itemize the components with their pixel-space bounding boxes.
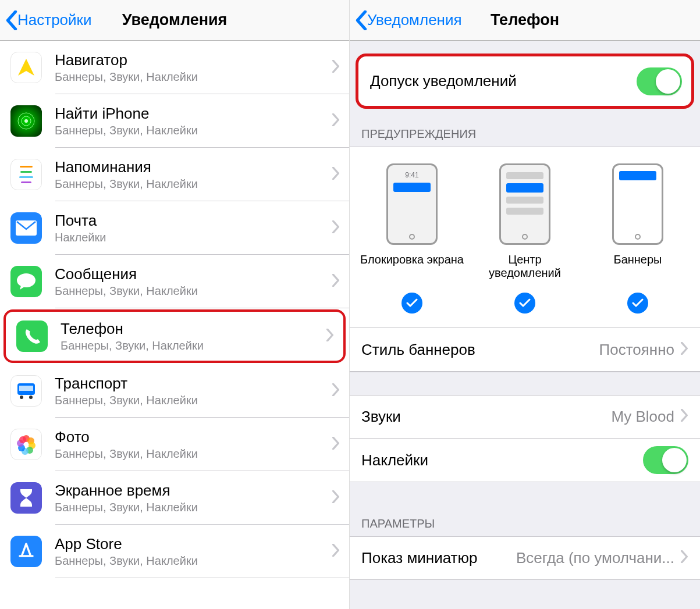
badges-toggle[interactable] [643,446,688,474]
checkmark-icon [514,293,535,314]
navigator-icon [10,52,42,83]
list-item-phone[interactable]: Телефон Баннеры, Звуки, Наклейки [3,309,346,363]
list-item-navigator[interactable]: Навигатор Баннеры, Звуки, Наклейки [0,41,349,94]
item-subtitle: Баннеры, Звуки, Наклейки [55,554,332,568]
lock-screen-preview-icon: 9:41 [386,163,438,245]
list-item-screen-time[interactable]: Экранное время Баннеры, Звуки, Наклейки [0,471,349,525]
item-subtitle: Баннеры, Звуки, Наклейки [55,447,332,461]
alert-caption: Баннеры [585,253,690,286]
navbar-notifications: Настройки Уведомления [0,0,349,41]
sounds-row[interactable]: Звуки My Blood [350,395,700,439]
back-label: Настройки [17,11,92,29]
chevron-right-icon [332,544,340,559]
show-previews-label: Показ миниатюр [361,549,516,567]
banner-style-value: Постоянно [599,341,674,359]
banner-style-label: Стиль баннеров [361,341,599,359]
list-item-photos[interactable]: Фото Баннеры, Звуки, Наклейки [0,418,349,471]
list-item-app-store[interactable]: App Store Баннеры, Звуки, Наклейки [0,525,349,578]
apps-list: Навигатор Баннеры, Звуки, Наклейки Найти… [0,41,349,578]
photos-icon [10,429,42,460]
svg-point-2 [24,119,28,123]
svg-rect-6 [19,386,33,391]
allow-notifications-toggle[interactable] [637,67,682,95]
banner-style-row[interactable]: Стиль баннеров Постоянно [350,328,700,372]
item-title: Почта [55,212,332,230]
svg-point-4 [17,273,35,287]
sounds-value: My Blood [612,408,674,426]
app-store-icon [10,536,42,567]
chevron-right-icon [332,383,340,398]
chevron-right-icon [326,329,334,344]
back-label: Уведомления [367,11,462,29]
chevron-right-icon [332,220,340,236]
chevron-right-icon [332,274,340,289]
alerts-preview-row: 9:41 Блокировка экрана Центр уведомлений [350,147,700,328]
options-section-header: ПАРАМЕТРЫ [350,482,700,536]
item-title: Найти iPhone [55,105,332,123]
chevron-right-icon [332,60,340,75]
alert-caption: Центр уведомлений [472,253,577,286]
phone-notification-settings-screen: Уведомления Телефон Допуск уведомлений П… [350,0,700,609]
alert-caption: Блокировка экрана [360,253,464,286]
item-subtitle: Баннеры, Звуки, Наклейки [55,177,332,191]
alerts-section-header: ПРЕДУПРЕЖДЕНИЯ [350,112,700,147]
alert-notification-center[interactable]: Центр уведомлений [472,163,577,314]
item-subtitle: Баннеры, Звуки, Наклейки [55,501,332,514]
preview-time: 9:41 [405,171,418,179]
badges-row[interactable]: Наклейки [350,439,700,482]
back-to-settings-button[interactable]: Настройки [6,10,92,30]
chevron-right-icon [680,408,688,426]
messages-icon [10,266,42,297]
notification-center-preview-icon [499,163,550,245]
mail-icon [10,212,42,244]
chevron-right-icon [332,437,340,452]
badges-label: Наклейки [361,451,643,469]
checkmark-icon [627,293,648,314]
chevron-right-icon [680,341,688,359]
list-item-find-iphone[interactable]: Найти iPhone Баннеры, Звуки, Наклейки [0,94,349,148]
checkmark-icon [401,293,422,314]
item-title: Транспорт [55,375,332,393]
phone-icon [16,320,48,352]
item-title: Напоминания [55,158,332,176]
hourglass-icon [10,482,42,514]
banners-preview-icon [612,163,663,245]
reminders-icon [10,159,42,190]
allow-notifications-label: Допуск уведомлений [370,72,637,90]
item-title: App Store [55,535,332,553]
radar-icon [10,105,42,137]
navbar-phone: Уведомления Телефон [350,0,700,41]
notifications-list-screen: Настройки Уведомления Навигатор Баннеры,… [0,0,350,609]
list-item-messages[interactable]: Сообщения Баннеры, Звуки, Наклейки [0,255,349,308]
sounds-label: Звуки [361,408,612,426]
allow-notifications-row[interactable]: Допуск уведомлений [358,56,691,106]
svg-point-8 [29,396,33,399]
show-previews-row[interactable]: Показ миниатюр Всегда (по умолчани... [350,536,700,580]
item-subtitle: Баннеры, Звуки, Наклейки [55,284,332,298]
item-title: Сообщения [55,265,332,283]
chevron-right-icon [680,549,688,567]
item-subtitle: Наклейки [55,231,332,244]
alert-lock-screen[interactable]: 9:41 Блокировка экрана [360,163,464,314]
chevron-right-icon [332,490,340,505]
svg-point-16 [19,436,26,443]
item-subtitle: Баннеры, Звуки, Наклейки [55,70,332,84]
alert-banners[interactable]: Баннеры [585,163,690,314]
chevron-right-icon [332,167,340,182]
chevron-left-icon [356,10,367,30]
item-title: Фото [55,428,332,446]
item-title: Экранное время [55,482,332,500]
show-previews-value: Всегда (по умолчани... [516,549,674,567]
list-item-mail[interactable]: Почта Наклейки [0,201,349,255]
allow-notifications-highlight: Допуск уведомлений [356,54,694,109]
list-item-reminders[interactable]: Напоминания Баннеры, Звуки, Наклейки [0,148,349,201]
list-item-transport[interactable]: Транспорт Баннеры, Звуки, Наклейки [0,364,349,418]
item-title: Навигатор [55,51,332,69]
back-to-notifications-button[interactable]: Уведомления [356,10,462,30]
chevron-right-icon [332,113,340,129]
bus-icon [10,375,42,407]
item-subtitle: Баннеры, Звуки, Наклейки [55,394,332,407]
chevron-left-icon [6,10,17,30]
svg-point-7 [20,396,23,399]
item-subtitle: Баннеры, Звуки, Наклейки [55,124,332,137]
